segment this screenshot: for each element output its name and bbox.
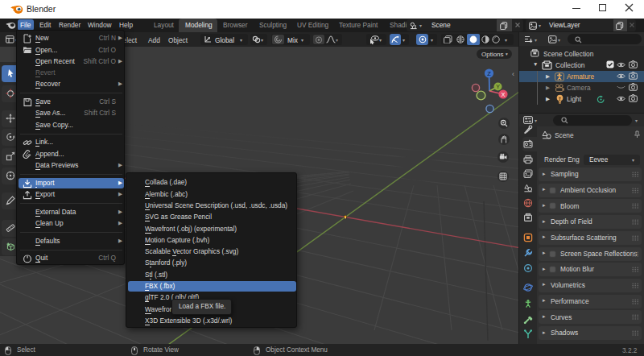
svg-text:X: X — [501, 91, 505, 98]
svg-text:Y: Y — [496, 84, 500, 89]
svg-text:Z: Z — [487, 70, 491, 77]
